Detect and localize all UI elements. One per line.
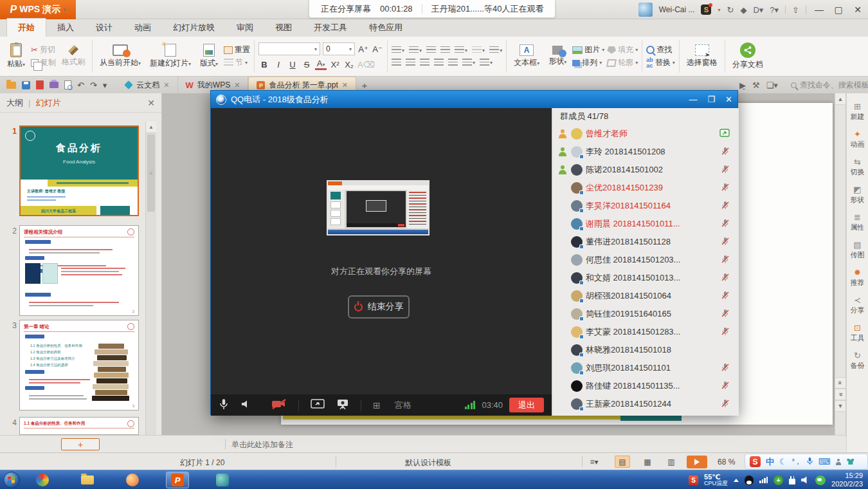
copy-button[interactable]: 复制 [31,57,56,68]
member-row[interactable]: 林晓雅2018141501018 [552,341,739,359]
side-toolbar-分享[interactable]: ≺分享 [847,296,868,315]
justify-button[interactable] [434,59,444,67]
slide-thumbnail-2[interactable]: 课程相关情况介绍 2 [19,225,139,316]
muted-mic-icon[interactable] [721,237,730,248]
screen-share-status-pill[interactable]: 正在分享屏幕 00:01:28 王丹瑞201......等40人正在观看 [309,0,556,18]
ribbon-tab-审阅[interactable]: 审阅 [226,19,264,37]
font-name-select[interactable]: ▾ [258,42,320,55]
clear-format-button[interactable]: A⌫ [357,60,369,69]
user-name[interactable]: Wei-Cai ... [659,5,695,14]
minimize-button[interactable]: — [813,5,826,15]
sogou-tray-icon[interactable]: S [689,475,698,485]
bullet-list-button[interactable]: ▾ [392,46,404,55]
member-row[interactable]: 尘优2018141501239 [552,179,739,197]
open-file-icon[interactable] [6,82,16,89]
slide-sorter-icon[interactable]: ▦ [640,456,655,468]
member-row[interactable]: 刘思琪2018141501101 [552,359,739,377]
scroll-up-icon[interactable]: ▲ [146,122,156,133]
close-button[interactable]: ✕ [725,95,732,104]
textbox-button[interactable]: A 文本框▾ [511,39,543,74]
fill-button[interactable]: 填充▾ [607,44,638,55]
muted-mic-icon[interactable] [721,363,730,374]
ribbon-tab-开始[interactable]: 开始 [6,18,46,37]
cpu-temp-widget[interactable]: 55℃ CPU温度 [704,474,728,487]
outline-button[interactable]: 轮廓▾ [607,57,638,68]
template-name[interactable]: 默认设计模板 [405,457,451,468]
replace-button[interactable]: abac替换▾ [646,57,675,69]
reset-button[interactable]: 重置 [224,44,250,55]
maximize-button[interactable]: ❐ [707,95,715,104]
wechat-tray-icon[interactable] [815,475,826,485]
taskbar-clock[interactable]: 15:29 2020/2/23 [831,472,865,488]
docer-icon[interactable]: D▾ [753,5,763,15]
ribbon-tab-特色应用[interactable]: 特色应用 [358,19,413,37]
member-row[interactable]: 何思佳 2018141501203... [552,251,739,269]
maximize-button[interactable]: ▢ [832,5,845,15]
speaker-button[interactable] [240,399,251,411]
diamond-icon[interactable]: ◆ [740,5,746,15]
end-share-button[interactable]: 结束分享 [348,295,410,318]
member-row[interactable]: 和文婧 2018141501013... [552,269,739,287]
muted-mic-icon[interactable] [721,381,730,392]
muted-mic-icon[interactable] [721,183,730,194]
screen-share-preview[interactable] [327,180,429,235]
previous-slide-button[interactable]: « [835,377,845,389]
chevron-down-icon[interactable]: ▾ [103,80,107,90]
print-icon[interactable] [50,82,59,88]
add-slide-button[interactable]: + [61,438,100,450]
scroll-up-icon[interactable]: ▲ [835,93,845,105]
font-size-select[interactable]: 0▾ [323,42,355,55]
taskbar-explorer[interactable] [76,472,99,488]
save-icon[interactable] [22,81,30,89]
member-row[interactable]: 路佳键 2018141501135... [552,377,739,395]
cut-button[interactable]: ✂剪切 [31,44,56,55]
sync-icon[interactable]: ↻ [727,5,734,15]
member-row[interactable]: 陈诺2018141501002 [552,161,739,179]
side-toolbar-推荐[interactable]: ✹推荐 [847,268,868,288]
window-switch-icon[interactable]: ❏▾ [766,80,778,90]
taskbar-qq-browser[interactable] [121,472,144,488]
muted-mic-icon[interactable] [721,147,730,158]
member-row[interactable]: 谢雨晨 2018141501011... [552,215,739,233]
punctuation-icon[interactable]: °， [792,459,801,465]
numbered-list-button[interactable]: ▾ [409,46,422,55]
redo-icon[interactable]: ↷ [90,80,97,90]
format-painter-button[interactable]: 格式刷 [59,39,88,74]
section-button[interactable]: 节▾ [224,57,250,68]
find-button[interactable]: 查找 [646,44,675,55]
muted-mic-icon[interactable] [721,255,730,266]
present-display-icon[interactable]: ▶̱ [739,80,746,90]
notes-placeholder[interactable]: 单击此处添加备注 [231,439,293,450]
layout-button[interactable]: 版式▾ [197,39,221,74]
help-icon[interactable]: ?▾ [770,5,779,15]
align-center-button[interactable] [406,59,415,67]
qq-titlebar[interactable]: QQ电话 - 2018级食品分析 — ❐ ✕ [211,91,737,108]
doc-tab[interactable]: 云文档✕ [117,77,177,93]
muted-mic-icon[interactable] [721,273,730,284]
muted-mic-icon[interactable] [721,291,730,302]
scroll-down-icon[interactable]: ▼ [835,400,845,412]
align-left-button[interactable] [392,59,401,67]
command-search-input[interactable]: 查找命令、搜索模板 [791,80,868,91]
shapes-button[interactable]: 形状▾ [545,39,570,74]
muted-mic-icon[interactable] [721,219,730,230]
skin-icon[interactable] [847,459,854,465]
side-toolbar-形状[interactable]: ◩形状 [847,185,868,205]
canvas-scrollbar[interactable]: ▲ « « ▼ [835,93,846,435]
moon-icon[interactable]: ☾ [779,457,787,466]
member-row[interactable]: 李艾蒙 2018141501283... [552,323,739,341]
close-button[interactable]: ✕ [851,5,864,15]
minimize-button[interactable]: — [689,95,697,104]
superscript-button[interactable]: X² [329,60,341,69]
grid-view-icon[interactable]: ⊞ [373,400,381,411]
tray-expand-icon[interactable] [734,479,739,482]
muted-mic-icon[interactable] [721,327,730,338]
grid-view-label[interactable]: 宫格 [395,400,411,411]
share-document-button[interactable]: 分享文档 [729,39,766,74]
network-signal-icon[interactable] [759,477,768,483]
camera-off-button[interactable] [271,398,287,412]
slide-thumbnail-1[interactable]: 食品分析 Food Analysis 主讲教师: 曾维才 教授 四川大学食品工程… [19,125,139,216]
panel-scrollbar[interactable]: ▲ ≡ [145,122,156,435]
indent-spacing-button[interactable]: ▾ [480,59,493,67]
scrollbar-thumb[interactable]: ≡ [147,134,155,212]
